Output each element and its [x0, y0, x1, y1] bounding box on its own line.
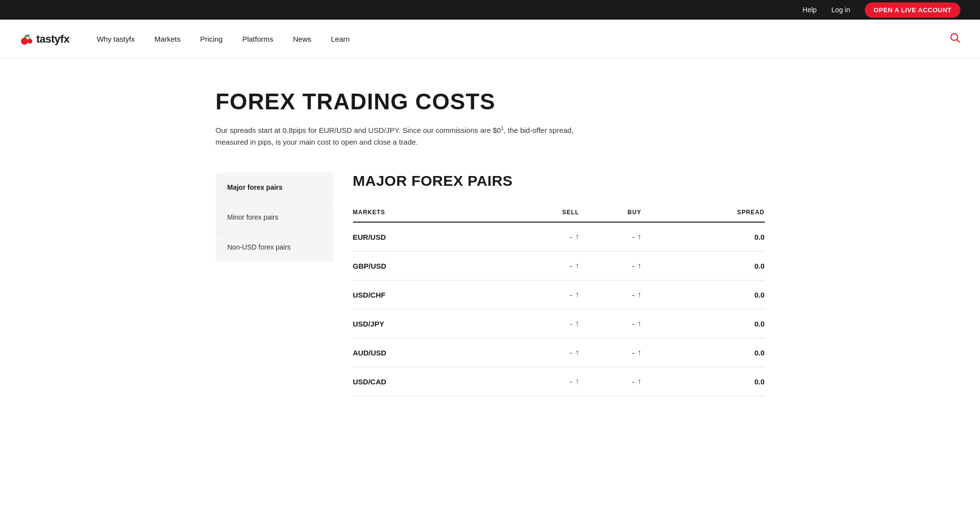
buy-arrow: ↑ — [637, 290, 641, 299]
search-icon[interactable] — [950, 32, 960, 46]
sell-dash: - — [570, 291, 572, 299]
sell-dash: - — [570, 378, 572, 386]
svg-line-4 — [957, 40, 960, 43]
pair-name: USD/CAD — [353, 378, 386, 386]
sidebar-item-major[interactable]: Major forex pairs — [216, 173, 333, 202]
table-row: USD/JPY - ↑ - ↑ 0.0 — [353, 309, 765, 338]
sell-dash: - — [570, 349, 572, 357]
sidebar: Major forex pairs Minor forex pairs Non-… — [216, 173, 333, 262]
buy-cell: - ↑ — [579, 319, 641, 328]
pair-name: AUD/USD — [353, 349, 386, 357]
open-account-button[interactable]: OPEN A LIVE ACCOUNT — [865, 2, 960, 18]
buy-dash: - — [632, 233, 634, 241]
buy-arrow: ↑ — [637, 232, 641, 241]
col-markets: MARKETS — [353, 204, 503, 222]
pair-name: GBP/USD — [353, 262, 386, 270]
pair-name: USD/CHF — [353, 291, 386, 299]
sell-cell: - ↑ — [503, 377, 579, 386]
svg-point-1 — [21, 38, 28, 45]
sell-arrow: ↑ — [575, 319, 579, 328]
pair-name: USD/JPY — [353, 320, 384, 328]
logo-icon — [20, 32, 33, 46]
logo[interactable]: tastyfx — [20, 32, 69, 46]
page-subtitle: Our spreads start at 0.8pips for EUR/USD… — [216, 125, 598, 148]
table-area: MAJOR FOREX PAIRS MARKETS SELL BUY SPREA… — [353, 173, 765, 396]
buy-arrow: ↑ — [637, 348, 641, 357]
buy-dash: - — [632, 291, 634, 299]
buy-arrow: ↑ — [637, 319, 641, 328]
table-row: GBP/USD - ↑ - ↑ 0.0 — [353, 252, 765, 280]
sell-cell: - ↑ — [503, 290, 579, 299]
sell-cell: - ↑ — [503, 261, 579, 270]
buy-cell: - ↑ — [579, 377, 641, 386]
sell-arrow: ↑ — [575, 232, 579, 241]
col-sell: SELL — [503, 204, 579, 222]
sell-cell: - ↑ — [503, 348, 579, 357]
spread-value: 0.0 — [754, 378, 765, 386]
sell-dash: - — [570, 233, 572, 241]
nav-markets[interactable]: Markets — [147, 30, 188, 48]
buy-arrow: ↑ — [637, 377, 641, 386]
spread-value: 0.0 — [754, 233, 765, 241]
svg-point-2 — [27, 39, 32, 44]
nav-news[interactable]: News — [285, 30, 320, 48]
table-row: USD/CAD - ↑ - ↑ 0.0 — [353, 367, 765, 396]
table-row: USD/CHF - ↑ - ↑ 0.0 — [353, 280, 765, 309]
main-layout: Major forex pairs Minor forex pairs Non-… — [216, 173, 765, 396]
col-buy: BUY — [579, 204, 641, 222]
nav-learn[interactable]: Learn — [323, 30, 357, 48]
buy-dash: - — [632, 349, 634, 357]
buy-cell: - ↑ — [579, 290, 641, 299]
help-link[interactable]: Help — [803, 6, 817, 14]
sell-cell: - ↑ — [503, 232, 579, 241]
col-spread: SPREAD — [641, 204, 764, 222]
logo-text: tastyfx — [36, 33, 69, 46]
spread-value: 0.0 — [754, 349, 765, 357]
sell-dash: - — [570, 262, 572, 270]
sidebar-item-non-usd[interactable]: Non-USD forex pairs — [216, 232, 333, 262]
buy-arrow: ↑ — [637, 261, 641, 270]
spread-value: 0.0 — [754, 291, 765, 299]
buy-dash: - — [632, 262, 634, 270]
login-link[interactable]: Log in — [831, 6, 850, 14]
sell-arrow: ↑ — [575, 348, 579, 357]
buy-cell: - ↑ — [579, 232, 641, 241]
nav-pricing[interactable]: Pricing — [192, 30, 230, 48]
table-row: EUR/USD - ↑ - ↑ 0.0 — [353, 222, 765, 252]
buy-dash: - — [632, 320, 634, 328]
buy-cell: - ↑ — [579, 261, 641, 270]
main-nav: tastyfx Why tastyfx Markets Pricing Plat… — [0, 20, 980, 59]
nav-platforms[interactable]: Platforms — [234, 30, 281, 48]
sell-arrow: ↑ — [575, 261, 579, 270]
nav-links: Why tastyfx Markets Pricing Platforms Ne… — [89, 30, 950, 48]
page-title: FOREX TRADING COSTS — [216, 88, 765, 115]
page-content: FOREX TRADING COSTS Our spreads start at… — [196, 59, 784, 435]
sell-arrow: ↑ — [575, 290, 579, 299]
nav-why-tastyfx[interactable]: Why tastyfx — [89, 30, 143, 48]
table-section-title: MAJOR FOREX PAIRS — [353, 173, 765, 189]
sell-arrow: ↑ — [575, 377, 579, 386]
buy-cell: - ↑ — [579, 348, 641, 357]
top-bar: Help Log in OPEN A LIVE ACCOUNT — [0, 0, 980, 20]
sell-cell: - ↑ — [503, 319, 579, 328]
spread-value: 0.0 — [754, 262, 765, 270]
forex-table: MARKETS SELL BUY SPREAD EUR/USD - ↑ - — [353, 204, 765, 396]
buy-dash: - — [632, 378, 634, 386]
sell-dash: - — [570, 320, 572, 328]
spread-value: 0.0 — [754, 320, 765, 328]
table-row: AUD/USD - ↑ - ↑ 0.0 — [353, 338, 765, 367]
sidebar-item-minor[interactable]: Minor forex pairs — [216, 202, 333, 232]
pair-name: EUR/USD — [353, 233, 386, 241]
